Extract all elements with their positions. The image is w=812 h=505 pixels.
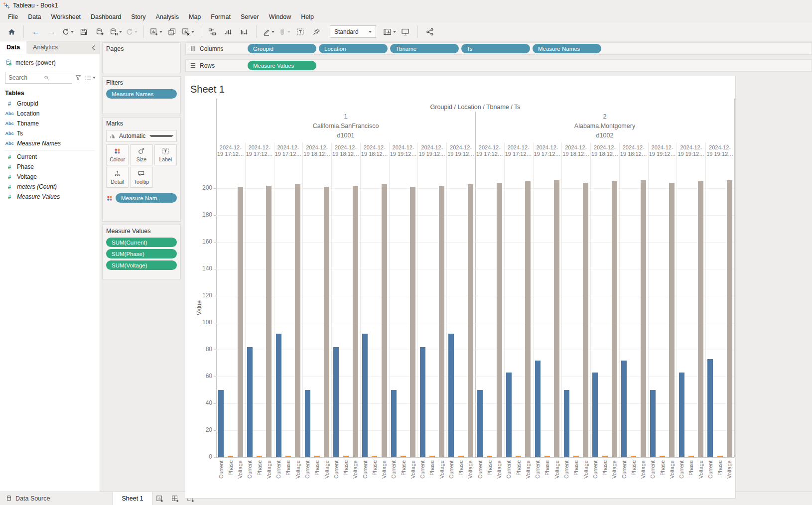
bar-current[interactable] <box>305 390 310 457</box>
bar-current[interactable] <box>420 347 425 457</box>
menu-story[interactable]: Story <box>126 12 150 22</box>
redo-button[interactable]: → <box>44 25 59 38</box>
bar-phase[interactable] <box>487 456 492 457</box>
bar-phase[interactable] <box>660 456 665 457</box>
marks-button-label[interactable]: Label <box>154 144 177 165</box>
bar-voltage[interactable] <box>353 186 358 457</box>
search-input[interactable] <box>7 74 43 82</box>
bar-voltage[interactable] <box>554 180 559 457</box>
new-dashboard-button[interactable] <box>168 492 183 505</box>
pill-sum-phase[interactable]: SUM(Phase) <box>106 249 177 258</box>
menu-analysis[interactable]: Analysis <box>150 12 184 22</box>
field-voltage[interactable]: #Voltage <box>0 172 100 182</box>
field-measure-values[interactable]: #Measure Values <box>0 192 100 202</box>
bar-current[interactable] <box>477 390 483 457</box>
pill-ts[interactable]: Ts <box>461 44 530 53</box>
pill-groupid[interactable]: Groupid <box>248 44 316 53</box>
menu-data[interactable]: Data <box>23 12 46 22</box>
bar-phase[interactable] <box>228 456 233 457</box>
menu-file[interactable]: File <box>3 12 23 22</box>
sort-ascending-button[interactable] <box>221 25 236 38</box>
marks-button-tooltip[interactable]: Tooltip <box>130 167 152 188</box>
bar-current[interactable] <box>564 390 569 457</box>
pill-measure-names[interactable]: Measure Names <box>533 44 601 53</box>
bar-current[interactable] <box>247 347 253 457</box>
bar-current[interactable] <box>679 373 684 457</box>
clear-sheet-button[interactable] <box>180 25 195 38</box>
field-location[interactable]: AbcLocation <box>0 109 100 119</box>
bar-current[interactable] <box>621 361 627 457</box>
bar-voltage[interactable] <box>295 184 300 457</box>
field-ts[interactable]: AbcTs <box>0 128 100 138</box>
bar-voltage[interactable] <box>324 187 329 457</box>
bar-voltage[interactable] <box>410 187 415 457</box>
bar-voltage[interactable] <box>439 186 444 457</box>
bar-phase[interactable] <box>429 456 435 457</box>
bar-voltage[interactable] <box>238 187 243 457</box>
replay-button[interactable] <box>60 25 75 38</box>
sheet-tab-active[interactable]: Sheet 1 <box>113 492 152 505</box>
swap-rows-columns-button[interactable] <box>205 25 220 38</box>
pill-tbname[interactable]: Tbname <box>390 44 459 53</box>
menu-server[interactable]: Server <box>236 12 264 22</box>
bar-phase[interactable] <box>285 456 291 457</box>
group-members-button[interactable] <box>277 25 292 38</box>
bar-current[interactable] <box>362 334 368 457</box>
show-cards-button[interactable] <box>382 25 397 38</box>
presentation-mode-button[interactable] <box>398 25 413 38</box>
bar-phase[interactable] <box>717 456 723 457</box>
bar-phase[interactable] <box>602 456 608 457</box>
tab-analytics[interactable]: Analytics <box>26 41 64 54</box>
bar-voltage[interactable] <box>641 180 646 457</box>
bar-voltage[interactable] <box>612 181 617 457</box>
bar-current[interactable] <box>592 373 598 457</box>
bar-voltage[interactable] <box>266 186 271 457</box>
filter-fields-icon[interactable] <box>75 74 82 81</box>
fix-axes-button[interactable] <box>309 25 324 38</box>
bar-current[interactable] <box>448 334 454 457</box>
bar-phase[interactable] <box>516 456 521 457</box>
bar-current[interactable] <box>535 361 541 457</box>
bar-voltage[interactable] <box>669 183 675 457</box>
bar-phase[interactable] <box>372 456 377 457</box>
bar-current[interactable] <box>276 334 281 457</box>
marks-button-colour[interactable]: Colour <box>106 144 129 165</box>
bar-phase[interactable] <box>631 456 636 457</box>
bar-current[interactable] <box>333 347 339 457</box>
bar-phase[interactable] <box>343 456 349 457</box>
marks-button-detail[interactable]: Detail <box>106 167 129 188</box>
bar-phase[interactable] <box>401 456 406 457</box>
home-button[interactable] <box>4 25 19 38</box>
tab-data[interactable]: Data <box>0 41 26 54</box>
bar-voltage[interactable] <box>727 180 732 457</box>
bar-current[interactable] <box>218 390 224 457</box>
field-tbname[interactable]: AbcTbname <box>0 119 100 128</box>
pill-sum-current[interactable]: SUM(Current) <box>106 238 177 247</box>
save-button[interactable] <box>76 25 91 38</box>
pill-location[interactable]: Location <box>319 44 388 53</box>
bar-voltage[interactable] <box>525 181 531 457</box>
bar-voltage[interactable] <box>468 184 473 457</box>
duplicate-sheet-button[interactable] <box>164 25 179 38</box>
run-auto-updates-button[interactable] <box>124 25 139 38</box>
view-options-icon[interactable] <box>84 75 96 81</box>
show-mark-labels-button[interactable] <box>293 25 308 38</box>
field-groupid[interactable]: #Groupid <box>0 99 100 109</box>
bar-phase[interactable] <box>314 456 320 457</box>
bar-phase[interactable] <box>257 456 262 457</box>
pill-measure-values[interactable]: Measure Values <box>248 61 316 70</box>
share-button[interactable] <box>422 25 437 38</box>
menu-worksheet[interactable]: Worksheet <box>46 12 86 22</box>
marks-button-size[interactable]: Size <box>130 144 152 165</box>
fit-selector-dropdown[interactable]: Standard <box>330 25 376 38</box>
highlight-button[interactable] <box>261 25 276 38</box>
mark-type-dropdown[interactable]: Automatic <box>106 130 177 142</box>
bar-phase[interactable] <box>688 456 694 457</box>
new-worksheet-button[interactable] <box>148 25 163 38</box>
pill-measure-names-colour[interactable]: Measure Nam.. <box>116 193 177 203</box>
bar-current[interactable] <box>506 373 512 457</box>
menu-help[interactable]: Help <box>296 12 319 22</box>
menu-window[interactable]: Window <box>264 12 296 22</box>
bar-current[interactable] <box>707 359 713 457</box>
bar-phase[interactable] <box>573 456 579 457</box>
